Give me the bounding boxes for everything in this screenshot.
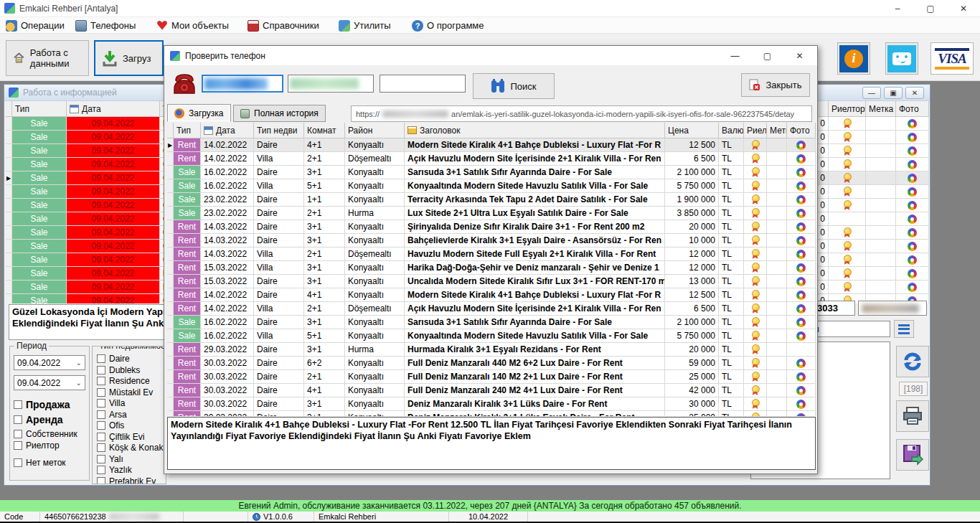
listing-col-header[interactable]: Валют <box>719 123 744 138</box>
listing-row[interactable]: Sale23.02.2022Daire2+1HurmaLux Sitede 2+… <box>167 207 816 220</box>
list-button[interactable] <box>894 320 914 338</box>
property-type-checkbox[interactable]: Yalı <box>97 454 163 464</box>
url-field[interactable]: https:// an/emlak-is-yeri-satilik-guzel-… <box>351 105 812 122</box>
listing-row[interactable]: Rent15.03.2022Daire3+1KonyaaltıUncalıda … <box>167 275 816 288</box>
house-icon <box>13 49 25 67</box>
filter-checkbox-риелтор[interactable]: Риелтор <box>14 440 85 451</box>
info-col-header[interactable]: Дата <box>67 101 160 117</box>
listing-col-header[interactable] <box>167 123 174 138</box>
realtor-medal-icon <box>751 358 760 368</box>
hidden-field[interactable] <box>858 301 927 316</box>
property-type-checkbox[interactable]: Daire <box>97 354 163 364</box>
tab-full-history[interactable]: Полная история <box>233 105 326 122</box>
property-type-checkbox[interactable]: Yazlık <box>97 465 163 475</box>
info-col-header[interactable] <box>6 101 12 117</box>
listing-col-header[interactable]: Цена <box>665 123 719 138</box>
listing-col-header[interactable]: Метк <box>767 123 787 138</box>
listing-row[interactable]: Rent30.03.2022Daire3+1KonyaaltıDeniz Man… <box>167 397 816 411</box>
visa-button[interactable]: VISA <box>930 42 974 75</box>
print-button[interactable] <box>896 400 929 432</box>
listing-col-header[interactable]: Риелт <box>744 123 767 138</box>
photo-icon <box>908 255 917 265</box>
work-with-data-button[interactable]: Работа с данными <box>6 40 89 76</box>
listing-row[interactable]: Rent14.03.2022Villa2+1DöşemealtıHavuzlu … <box>167 248 816 261</box>
filter-checkbox-no-marks[interactable]: Нет меток <box>14 458 85 468</box>
number-field[interactable]: 3033 <box>814 301 855 316</box>
listing-row[interactable]: Rent30.03.2022Daire2+1KonyaaltıFull Deni… <box>167 370 816 384</box>
phone-input-3[interactable] <box>380 75 466 93</box>
listing-row[interactable]: Sale23.02.2022Daire1+1KonyaaltıTerracity… <box>167 193 816 207</box>
listing-row[interactable]: Rent14.02.2022Villa2+1DöşemealtıAçık Hav… <box>167 302 816 316</box>
listing-row[interactable]: Rent15.03.2022Villa3+1KonyaaltıHarika Da… <box>167 261 816 275</box>
menu-references[interactable]: Справочники <box>248 17 319 34</box>
date-from-select[interactable]: 09.04.2022⌄ <box>14 355 85 370</box>
chat-button[interactable] <box>885 42 918 75</box>
phone-input-2[interactable] <box>288 75 374 93</box>
refresh-button[interactable] <box>896 346 929 377</box>
child-restore-icon[interactable]: ▣ <box>884 87 903 99</box>
listing-row[interactable]: Rent14.03.2022Daire3+1KonyaaltıŞirinyalı… <box>167 220 816 234</box>
filter-checkbox-собственник[interactable]: Собственник <box>14 429 85 439</box>
listing-row[interactable]: Rent14.02.2022Villa2+1DöşemealtıAçık Hav… <box>167 152 816 166</box>
property-type-checkbox[interactable]: Residence <box>97 376 163 386</box>
maximize-icon[interactable]: ▢ <box>914 0 947 17</box>
menu-phones[interactable]: Телефоны <box>75 17 136 34</box>
listing-col-header[interactable]: Комнат <box>304 123 345 138</box>
property-type-checkbox[interactable]: Arsa <box>97 410 163 420</box>
property-type-checkbox[interactable]: Prefabrik Ev <box>97 476 163 485</box>
listing-col-header[interactable]: Район <box>345 123 405 138</box>
menu-utilities[interactable]: Утилиты <box>339 17 391 34</box>
property-type-checkbox[interactable]: Çiftlik Evi <box>97 432 163 442</box>
property-type-checkbox[interactable]: Ofis <box>97 420 163 430</box>
listing-row[interactable]: Sale16.02.2022Daire3+1KonyaaltıSarısuda … <box>167 316 816 329</box>
listing-col-header[interactable]: Фото <box>787 123 816 138</box>
download-button[interactable]: Загруз <box>94 40 164 76</box>
property-type-checkbox[interactable]: Dubleks <box>97 365 163 375</box>
filter-checkbox-аренда[interactable]: Аренда <box>14 414 85 425</box>
menu-operations[interactable]: Операции <box>6 17 65 34</box>
filter-checkbox-продажа[interactable]: Продажа <box>14 399 85 410</box>
tab-download[interactable]: Загрузка <box>167 104 231 122</box>
listing-col-header[interactable]: Дата <box>201 123 254 138</box>
listing-row[interactable]: Rent29.03.2022Daire3+1HurmaHurmada Kiral… <box>167 343 816 357</box>
listing-row[interactable]: Sale16.02.2022Daire3+1KonyaaltıSarısuda … <box>167 166 816 179</box>
realtor-medal-icon <box>843 227 852 237</box>
export-button[interactable] <box>896 439 929 471</box>
info-col-header[interactable]: Риелтор <box>829 101 866 117</box>
app-name-panel: Emkalci Rehberi <box>314 512 449 522</box>
listing-row[interactable]: Rent30.03.2022Daire6+2KonyaaltıFull Deni… <box>167 357 816 370</box>
listing-row[interactable]: Rent30.03.2022Daire4+1KonyaaltıFull Deni… <box>167 384 816 397</box>
child-close-icon[interactable]: ✕ <box>905 87 924 99</box>
listing-col-header[interactable]: Тип <box>174 123 201 138</box>
search-button[interactable]: Поиск <box>473 73 555 99</box>
dialog-close-icon[interactable]: ✕ <box>783 46 816 65</box>
info-col-header[interactable]: Метка <box>866 101 896 117</box>
info-col-header[interactable]: Тип <box>12 101 67 117</box>
listing-col-header[interactable]: Тип недви <box>254 123 304 138</box>
phone-input-1[interactable] <box>202 75 283 93</box>
date-to-select[interactable]: 09.04.2022⌄ <box>14 375 85 390</box>
dialog-minimize-icon[interactable]: — <box>719 46 751 65</box>
listing-row[interactable]: ▶Rent14.02.2022Daire4+1KonyaaltıModern S… <box>167 138 816 152</box>
dialog-maximize-icon[interactable]: ▢ <box>751 46 783 65</box>
listing-row[interactable]: Rent30.03.2022Daire3+1KonyaaltıDeniz Man… <box>167 411 816 416</box>
listing-row[interactable]: Rent14.02.2022Daire4+1KonyaaltıModern Si… <box>167 288 816 302</box>
info-col-header[interactable]: Фото <box>896 101 929 117</box>
photo-icon <box>908 215 917 224</box>
listing-row[interactable]: Rent14.03.2022Daire3+1KonyaaltıBahçeliev… <box>167 234 816 248</box>
listing-col-header[interactable]: Заголовок <box>405 123 665 138</box>
close-icon[interactable]: ✕ <box>947 0 980 17</box>
property-type-checkbox[interactable]: Köşk & Konak <box>97 443 163 453</box>
menu-about[interactable]: ? О программе <box>412 17 484 34</box>
minimize-icon[interactable]: – <box>881 0 914 17</box>
menu-my-objects[interactable]: Мои объекты <box>156 17 229 34</box>
short-text-field[interactable]: cı <box>808 321 890 337</box>
listing-row[interactable]: Sale16.02.2022Villa5+1KonyaaltıKonyaaltı… <box>167 329 816 343</box>
child-minimize-icon[interactable]: — <box>862 87 881 99</box>
info-button[interactable]: i <box>837 42 870 75</box>
close-button[interactable]: Закрыть <box>741 73 810 97</box>
property-type-checkbox[interactable]: Villa <box>97 398 163 408</box>
property-type-checkbox[interactable]: Müstakil Ev <box>97 387 163 397</box>
info-window-title: Работа с информацией <box>23 88 117 98</box>
listing-row[interactable]: Sale16.02.2022Villa5+1KonyaaltıKonyaaltı… <box>167 179 816 193</box>
